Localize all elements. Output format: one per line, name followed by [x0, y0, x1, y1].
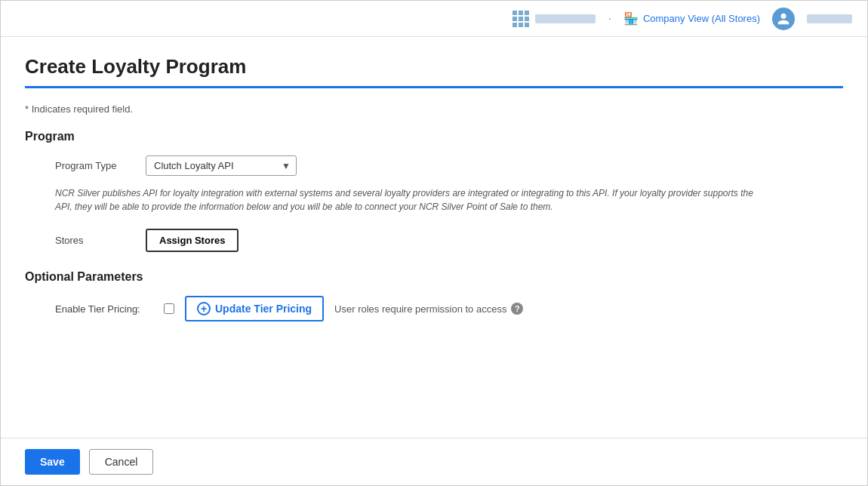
update-tier-pricing-label: Update Tier Pricing — [215, 303, 312, 315]
nav-user-name — [807, 14, 852, 23]
stores-label: Stores — [55, 235, 146, 246]
program-type-label: Program Type — [55, 160, 146, 171]
help-icon[interactable]: ? — [511, 303, 523, 315]
save-button[interactable]: Save — [25, 449, 80, 475]
permission-text-content: User roles require permission to access — [334, 303, 506, 315]
store-icon: 🏪 — [623, 11, 639, 26]
nav-store-section[interactable]: 🏪 Company View (All Stores) — [623, 11, 760, 26]
page-footer: Save Cancel — [1, 438, 867, 485]
program-type-select-wrapper: Clutch Loyalty API Other ▼ — [146, 155, 297, 176]
program-description: NCR Silver publishes API for loyalty int… — [25, 186, 780, 214]
optional-section-title: Optional Parameters — [25, 270, 843, 284]
user-avatar[interactable] — [772, 8, 795, 30]
title-underline — [25, 86, 843, 88]
main-content: Create Loyalty Program * Indicates requi… — [1, 37, 867, 438]
nav-divider: · — [608, 12, 611, 26]
required-note: * Indicates required field. — [25, 103, 843, 115]
page-title: Create Loyalty Program — [25, 55, 843, 78]
program-type-control: Clutch Loyalty API Other ▼ — [146, 155, 297, 176]
app-container: · 🏪 Company View (All Stores) Create Loy… — [0, 0, 868, 486]
update-tier-pricing-button[interactable]: + Update Tier Pricing — [185, 296, 324, 321]
program-section-title: Program — [25, 130, 843, 143]
assign-stores-button[interactable]: Assign Stores — [146, 229, 239, 252]
optional-section: Optional Parameters Enable Tier Pricing:… — [25, 270, 843, 321]
program-type-row: Program Type Clutch Loyalty API Other ▼ — [25, 155, 843, 176]
nav-app-icons — [512, 11, 596, 27]
enable-tier-pricing-label: Enable Tier Pricing: — [55, 303, 153, 315]
cancel-button[interactable]: Cancel — [89, 449, 154, 475]
top-nav: · 🏪 Company View (All Stores) — [1, 1, 867, 37]
program-section: Program Program Type Clutch Loyalty API … — [25, 130, 843, 252]
enable-tier-pricing-checkbox[interactable] — [164, 303, 174, 314]
plus-circle-icon: + — [197, 302, 211, 315]
program-type-select[interactable]: Clutch Loyalty API Other — [146, 155, 297, 176]
permission-text: User roles require permission to access … — [334, 303, 523, 315]
nav-blurred-app-name — [535, 14, 596, 23]
stores-row: Stores Assign Stores — [25, 229, 843, 252]
grid-icon — [512, 11, 529, 27]
tier-pricing-row: Enable Tier Pricing: + Update Tier Prici… — [25, 296, 843, 321]
company-view-label: Company View (All Stores) — [643, 13, 760, 24]
